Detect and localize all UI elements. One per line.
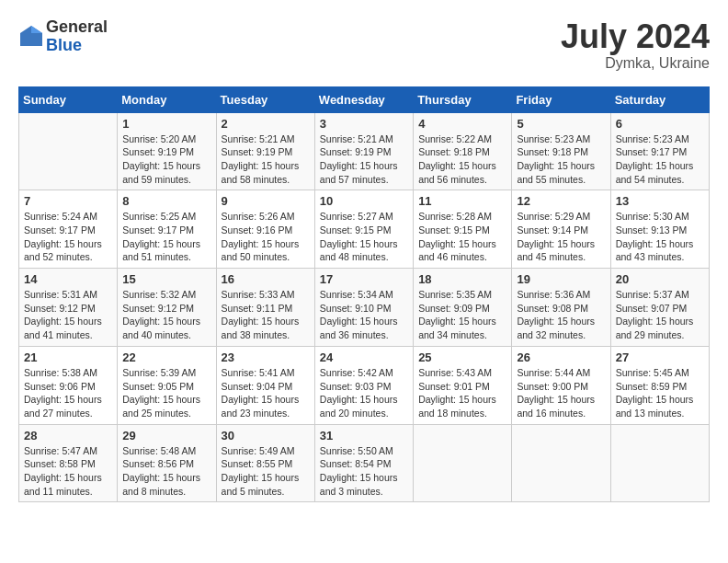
day-info: Sunrise: 5:26 AMSunset: 9:16 PMDaylight:… (222, 210, 310, 264)
day-info: Sunrise: 5:28 AMSunset: 9:15 PMDaylight:… (418, 210, 506, 264)
calendar-cell: 23Sunrise: 5:41 AMSunset: 9:04 PMDayligh… (216, 346, 314, 424)
calendar-week-row: 21Sunrise: 5:38 AMSunset: 9:06 PMDayligh… (19, 346, 710, 424)
calendar-cell: 9Sunrise: 5:26 AMSunset: 9:16 PMDaylight… (216, 190, 314, 269)
day-number: 13 (616, 194, 704, 208)
day-info: Sunrise: 5:30 AMSunset: 9:13 PMDaylight:… (616, 210, 704, 264)
day-number: 9 (222, 194, 310, 208)
weekday-header-sunday: Sunday (19, 86, 118, 112)
day-number: 1 (122, 117, 210, 131)
day-number: 8 (122, 194, 210, 208)
calendar-cell (414, 424, 512, 502)
calendar-cell: 6Sunrise: 5:23 AMSunset: 9:17 PMDaylight… (610, 112, 709, 190)
calendar-cell: 20Sunrise: 5:37 AMSunset: 9:07 PMDayligh… (610, 269, 709, 347)
calendar-cell: 27Sunrise: 5:45 AMSunset: 8:59 PMDayligh… (610, 346, 709, 424)
day-number: 16 (222, 272, 310, 286)
calendar-cell: 3Sunrise: 5:21 AMSunset: 9:19 PMDaylight… (314, 112, 413, 190)
day-info: Sunrise: 5:22 AMSunset: 9:18 PMDaylight:… (418, 132, 506, 187)
day-info: Sunrise: 5:31 AMSunset: 9:12 PMDaylight:… (24, 288, 112, 342)
calendar-cell: 7Sunrise: 5:24 AMSunset: 9:17 PMDaylight… (19, 190, 118, 269)
calendar-week-row: 7Sunrise: 5:24 AMSunset: 9:17 PMDaylight… (19, 190, 710, 269)
day-info: Sunrise: 5:33 AMSunset: 9:11 PMDaylight:… (222, 288, 310, 342)
day-number: 3 (320, 117, 408, 131)
day-number: 12 (517, 194, 605, 208)
day-number: 10 (320, 194, 408, 208)
calendar-cell: 17Sunrise: 5:34 AMSunset: 9:10 PMDayligh… (314, 269, 413, 347)
day-info: Sunrise: 5:43 AMSunset: 9:01 PMDaylight:… (418, 366, 506, 420)
calendar-cell: 21Sunrise: 5:38 AMSunset: 9:06 PMDayligh… (19, 346, 118, 424)
day-number: 28 (24, 429, 112, 442)
day-info: Sunrise: 5:23 AMSunset: 9:18 PMDaylight:… (517, 132, 605, 187)
calendar-cell (610, 424, 709, 502)
calendar-cell (19, 112, 118, 190)
day-number: 24 (320, 350, 408, 364)
day-info: Sunrise: 5:48 AMSunset: 8:56 PMDaylight:… (122, 444, 210, 499)
day-info: Sunrise: 5:20 AMSunset: 9:19 PMDaylight:… (122, 132, 210, 187)
day-info: Sunrise: 5:47 AMSunset: 8:58 PMDaylight:… (24, 444, 112, 499)
weekday-header-thursday: Thursday (414, 86, 512, 112)
calendar-cell: 12Sunrise: 5:29 AMSunset: 9:14 PMDayligh… (512, 190, 610, 269)
calendar-cell: 2Sunrise: 5:21 AMSunset: 9:19 PMDaylight… (216, 112, 314, 190)
day-info: Sunrise: 5:32 AMSunset: 9:12 PMDaylight:… (122, 288, 210, 342)
weekday-header-saturday: Saturday (610, 86, 709, 112)
page-header: General Blue July 2024 Dymka, Ukraine (18, 18, 710, 72)
day-info: Sunrise: 5:39 AMSunset: 9:05 PMDaylight:… (122, 366, 210, 420)
day-info: Sunrise: 5:21 AMSunset: 9:19 PMDaylight:… (222, 132, 310, 187)
day-number: 20 (616, 272, 704, 286)
day-number: 30 (222, 429, 310, 442)
day-info: Sunrise: 5:42 AMSunset: 9:03 PMDaylight:… (320, 366, 408, 420)
location-subtitle: Dymka, Ukraine (561, 55, 710, 72)
day-number: 22 (122, 350, 210, 364)
day-number: 26 (517, 350, 605, 364)
day-info: Sunrise: 5:41 AMSunset: 9:04 PMDaylight:… (222, 366, 310, 420)
calendar-table: SundayMondayTuesdayWednesdayThursdayFrid… (18, 86, 710, 503)
day-info: Sunrise: 5:21 AMSunset: 9:19 PMDaylight:… (320, 132, 408, 187)
day-info: Sunrise: 5:27 AMSunset: 9:15 PMDaylight:… (320, 210, 408, 264)
day-info: Sunrise: 5:44 AMSunset: 9:00 PMDaylight:… (517, 366, 605, 420)
calendar-cell: 31Sunrise: 5:50 AMSunset: 8:54 PMDayligh… (314, 424, 413, 502)
day-number: 2 (222, 117, 310, 131)
weekday-header-tuesday: Tuesday (216, 86, 314, 112)
calendar-cell: 26Sunrise: 5:44 AMSunset: 9:00 PMDayligh… (512, 346, 610, 424)
day-number: 6 (616, 117, 704, 131)
day-info: Sunrise: 5:37 AMSunset: 9:07 PMDaylight:… (616, 288, 704, 342)
calendar-cell: 13Sunrise: 5:30 AMSunset: 9:13 PMDayligh… (610, 190, 709, 269)
weekday-header-friday: Friday (512, 86, 610, 112)
logo-icon (18, 24, 44, 50)
day-number: 23 (222, 350, 310, 364)
day-number: 14 (24, 272, 112, 286)
calendar-week-row: 14Sunrise: 5:31 AMSunset: 9:12 PMDayligh… (19, 269, 710, 347)
calendar-cell: 29Sunrise: 5:48 AMSunset: 8:56 PMDayligh… (118, 424, 216, 502)
day-number: 31 (320, 429, 408, 442)
day-info: Sunrise: 5:49 AMSunset: 8:55 PMDaylight:… (222, 444, 310, 499)
calendar-cell: 4Sunrise: 5:22 AMSunset: 9:18 PMDaylight… (414, 112, 512, 190)
calendar-cell: 19Sunrise: 5:36 AMSunset: 9:08 PMDayligh… (512, 269, 610, 347)
day-info: Sunrise: 5:36 AMSunset: 9:08 PMDaylight:… (517, 288, 605, 342)
day-info: Sunrise: 5:38 AMSunset: 9:06 PMDaylight:… (24, 366, 112, 420)
day-number: 19 (517, 272, 605, 286)
day-info: Sunrise: 5:35 AMSunset: 9:09 PMDaylight:… (418, 288, 506, 342)
calendar-cell (512, 424, 610, 502)
day-info: Sunrise: 5:50 AMSunset: 8:54 PMDaylight:… (320, 444, 408, 499)
day-number: 15 (122, 272, 210, 286)
calendar-cell: 8Sunrise: 5:25 AMSunset: 9:17 PMDaylight… (118, 190, 216, 269)
calendar-cell: 1Sunrise: 5:20 AMSunset: 9:19 PMDaylight… (118, 112, 216, 190)
calendar-cell: 5Sunrise: 5:23 AMSunset: 9:18 PMDaylight… (512, 112, 610, 190)
calendar-cell: 18Sunrise: 5:35 AMSunset: 9:09 PMDayligh… (414, 269, 512, 347)
calendar-cell: 14Sunrise: 5:31 AMSunset: 9:12 PMDayligh… (19, 269, 118, 347)
weekday-header-monday: Monday (118, 86, 216, 112)
logo-blue-text: Blue (46, 37, 108, 55)
calendar-cell: 25Sunrise: 5:43 AMSunset: 9:01 PMDayligh… (414, 346, 512, 424)
calendar-cell: 30Sunrise: 5:49 AMSunset: 8:55 PMDayligh… (216, 424, 314, 502)
day-number: 7 (24, 194, 112, 208)
day-number: 5 (517, 117, 605, 131)
day-info: Sunrise: 5:23 AMSunset: 9:17 PMDaylight:… (616, 132, 704, 187)
month-year-title: July 2024 (561, 18, 710, 55)
day-number: 11 (418, 194, 506, 208)
day-number: 29 (122, 429, 210, 442)
calendar-cell: 15Sunrise: 5:32 AMSunset: 9:12 PMDayligh… (118, 269, 216, 347)
day-number: 27 (616, 350, 704, 364)
logo-text: General Blue (46, 18, 108, 55)
day-info: Sunrise: 5:45 AMSunset: 8:59 PMDaylight:… (616, 366, 704, 420)
weekday-header-row: SundayMondayTuesdayWednesdayThursdayFrid… (19, 86, 710, 112)
calendar-week-row: 1Sunrise: 5:20 AMSunset: 9:19 PMDaylight… (19, 112, 710, 190)
